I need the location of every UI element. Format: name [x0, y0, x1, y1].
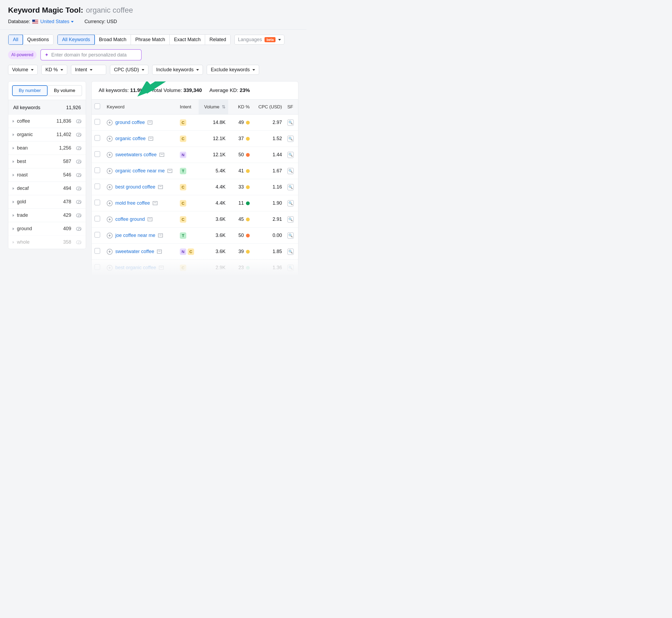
row-checkbox[interactable]	[94, 167, 100, 173]
col-volume[interactable]: Volume ⇅	[199, 100, 228, 115]
sidebar-all-keywords[interactable]: All keywords 11,926	[8, 100, 86, 114]
eye-icon[interactable]	[76, 160, 82, 164]
row-checkbox[interactable]	[94, 200, 100, 205]
eye-icon[interactable]	[76, 146, 82, 150]
eye-icon[interactable]	[76, 214, 82, 217]
keyword-link[interactable]: organic coffee near me	[115, 168, 165, 174]
serp-icon[interactable]	[159, 153, 164, 157]
keyword-link[interactable]: best organic coffee	[115, 265, 156, 271]
sidebar-category-gold[interactable]: gold 478	[8, 195, 86, 208]
eye-icon[interactable]	[76, 187, 82, 190]
serp-features-button[interactable]: 🔍	[287, 184, 294, 190]
sidebar-tab-by-volume[interactable]: By volume	[47, 85, 82, 96]
beta-badge: beta	[264, 37, 275, 42]
filter-exclude-keywords[interactable]: Exclude keywords	[207, 65, 259, 75]
keyword-link[interactable]: best ground coffee	[115, 184, 155, 190]
sidebar-tab-by-number[interactable]: By number	[12, 85, 47, 96]
tab-broad-match[interactable]: Broad Match	[95, 35, 131, 44]
keyword-link[interactable]: sweetwater coffee	[115, 249, 154, 254]
row-checkbox[interactable]	[94, 248, 100, 254]
serp-features-button[interactable]: 🔍	[287, 152, 294, 158]
eye-icon[interactable]	[76, 119, 82, 123]
chevron-right-icon	[13, 174, 14, 177]
filter-kd[interactable]: KD %	[41, 65, 67, 75]
add-keyword-button[interactable]: +	[107, 120, 113, 126]
domain-input-container[interactable]: ✦	[40, 49, 142, 61]
sidebar-category-trade[interactable]: trade 429	[8, 208, 86, 222]
row-checkbox[interactable]	[94, 216, 100, 222]
filter-volume[interactable]: Volume	[8, 65, 38, 75]
tab-related[interactable]: Related	[205, 35, 230, 44]
eye-icon[interactable]	[76, 200, 82, 204]
add-keyword-button[interactable]: +	[107, 136, 113, 142]
serp-features-button[interactable]: 🔍	[287, 265, 294, 271]
add-keyword-button[interactable]: +	[107, 168, 113, 174]
cpc-cell: 1.67	[252, 163, 285, 179]
serp-features-button[interactable]: 🔍	[287, 119, 294, 126]
database-selector[interactable]: United States	[40, 19, 74, 24]
sidebar-category-decaf[interactable]: decaf 494	[8, 182, 86, 195]
col-keyword[interactable]: Keyword	[104, 100, 177, 115]
select-all-checkbox[interactable]	[94, 103, 100, 109]
row-checkbox[interactable]	[94, 183, 100, 189]
keyword-link[interactable]: mold free coffee	[115, 200, 150, 206]
keyword-link[interactable]: organic coffee	[115, 136, 146, 141]
sidebar-category-bean[interactable]: bean 1,256	[8, 141, 86, 154]
row-checkbox[interactable]	[94, 264, 100, 270]
tab-exact-match[interactable]: Exact Match	[170, 35, 205, 44]
row-checkbox[interactable]	[94, 151, 100, 157]
add-keyword-button[interactable]: +	[107, 216, 113, 222]
row-checkbox[interactable]	[94, 135, 100, 141]
sidebar-category-roast[interactable]: roast 546	[8, 168, 86, 182]
serp-icon[interactable]	[159, 266, 164, 270]
serp-icon[interactable]	[158, 185, 163, 189]
serp-features-button[interactable]: 🔍	[287, 168, 294, 174]
serp-features-button[interactable]: 🔍	[287, 200, 294, 207]
add-keyword-button[interactable]: +	[107, 265, 113, 271]
sidebar-category-coffee[interactable]: coffee 11,836	[8, 114, 86, 128]
serp-icon[interactable]	[148, 137, 153, 141]
keyword-link[interactable]: joe coffee near me	[115, 233, 155, 238]
serp-features-button[interactable]: 🔍	[287, 135, 294, 142]
eye-icon[interactable]	[76, 240, 82, 244]
sidebar-category-organic[interactable]: organic 11,402	[8, 128, 86, 141]
add-keyword-button[interactable]: +	[107, 249, 113, 255]
keyword-link[interactable]: coffee ground	[115, 216, 145, 222]
col-sf[interactable]: SF	[285, 100, 298, 115]
filter-intent[interactable]: Intent	[71, 65, 106, 75]
sidebar-category-ground[interactable]: ground 409	[8, 222, 86, 235]
tab-questions[interactable]: Questions	[23, 35, 53, 44]
domain-input[interactable]	[51, 52, 137, 58]
filter-cpc[interactable]: CPC (USD)	[110, 65, 148, 75]
row-checkbox[interactable]	[94, 232, 100, 238]
sidebar-category-whole[interactable]: whole 358	[8, 235, 86, 249]
col-kd[interactable]: KD %	[228, 100, 252, 115]
serp-features-button[interactable]: 🔍	[287, 248, 294, 255]
filter-include-keywords[interactable]: Include keywords	[152, 65, 203, 75]
keyword-link[interactable]: sweetwaters coffee	[115, 152, 157, 158]
serp-icon[interactable]	[157, 249, 162, 253]
row-checkbox[interactable]	[94, 119, 100, 125]
col-intent[interactable]: Intent	[177, 100, 199, 115]
serp-icon[interactable]	[167, 169, 172, 173]
add-keyword-button[interactable]: +	[107, 152, 113, 158]
add-keyword-button[interactable]: +	[107, 233, 113, 238]
serp-features-button[interactable]: 🔍	[287, 216, 294, 223]
serp-features-button[interactable]: 🔍	[287, 232, 294, 239]
eye-icon[interactable]	[76, 173, 82, 177]
tab-all-keywords[interactable]: All Keywords	[57, 34, 95, 45]
keyword-link[interactable]: ground coffee	[115, 120, 145, 125]
serp-icon[interactable]	[147, 217, 152, 221]
tab-all[interactable]: All	[8, 34, 23, 45]
eye-icon[interactable]	[76, 133, 82, 137]
serp-icon[interactable]	[147, 120, 152, 124]
languages-selector[interactable]: Languages beta	[234, 35, 285, 44]
col-cpc[interactable]: CPC (USD)	[252, 100, 285, 115]
serp-icon[interactable]	[153, 201, 157, 205]
serp-icon[interactable]	[158, 233, 163, 237]
eye-icon[interactable]	[76, 227, 82, 231]
tab-phrase-match[interactable]: Phrase Match	[131, 35, 170, 44]
add-keyword-button[interactable]: +	[107, 184, 113, 190]
add-keyword-button[interactable]: +	[107, 200, 113, 206]
sidebar-category-best[interactable]: best 587	[8, 154, 86, 168]
